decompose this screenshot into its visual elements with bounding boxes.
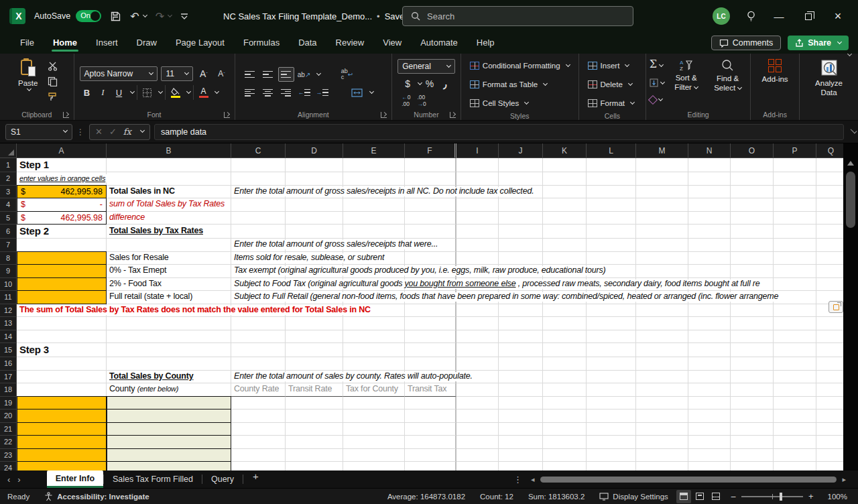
cell-D2[interactable] (286, 172, 343, 186)
cell-A4[interactable]: $- (17, 198, 107, 212)
cell-E14[interactable] (343, 330, 405, 344)
cell-I18[interactable] (456, 383, 499, 397)
cell-N18[interactable] (688, 383, 731, 397)
orientation-icon[interactable]: ab↗ (296, 67, 312, 82)
cell-N5[interactable] (688, 212, 731, 225)
cell-O6[interactable] (731, 225, 774, 239)
cell-M1[interactable] (636, 158, 688, 172)
cell-E1[interactable] (343, 158, 405, 172)
tab-formulas[interactable]: Formulas (235, 34, 288, 53)
cell-D23[interactable] (286, 449, 343, 462)
cell-N15[interactable] (688, 343, 731, 357)
tab-kebab-icon[interactable]: ⋮ (513, 475, 522, 485)
cell-K4[interactable] (543, 198, 587, 212)
cell-F8[interactable] (405, 252, 456, 265)
cell-E4[interactable] (343, 198, 405, 212)
lightbulb-icon[interactable] (746, 10, 756, 22)
count-stat[interactable]: Count: 12 (473, 493, 521, 501)
vertical-scrollbar[interactable] (843, 143, 858, 470)
fill-icon[interactable] (650, 78, 664, 87)
cell-O13[interactable] (731, 317, 774, 330)
cell-O5[interactable] (731, 212, 774, 225)
zoom-out-icon[interactable]: − (731, 491, 736, 502)
cell-K6[interactable] (543, 225, 587, 239)
cell-P20[interactable] (774, 410, 816, 423)
col-header-J[interactable]: J (499, 143, 543, 158)
cell-B2[interactable] (107, 172, 231, 186)
cell-P5[interactable] (774, 212, 816, 225)
cell-D22[interactable] (286, 436, 343, 449)
row-header-1[interactable]: 1 (0, 158, 17, 172)
col-header-E[interactable]: E (343, 143, 405, 158)
cell-E13[interactable] (343, 317, 405, 330)
col-header-B[interactable]: B (107, 143, 231, 158)
cell-B17[interactable]: Total Sales by County (107, 371, 231, 384)
cell-K14[interactable] (543, 330, 587, 344)
cell-M24[interactable] (636, 462, 688, 470)
cell-L20[interactable] (587, 410, 636, 423)
row-header-11[interactable]: 11 (0, 291, 17, 304)
row-header-16[interactable]: 16 (0, 357, 17, 371)
cell-F20[interactable] (405, 410, 456, 423)
cell-E20[interactable] (343, 410, 405, 423)
autosave-toggle[interactable]: AutoSave On (34, 10, 101, 22)
cell-Q15[interactable] (816, 343, 846, 357)
cell-L12[interactable] (587, 304, 636, 318)
cell-J15[interactable] (499, 343, 543, 357)
cell-D5[interactable] (286, 212, 343, 225)
col-header-M[interactable]: M (636, 143, 688, 158)
fx-icon[interactable]: fx (123, 127, 131, 137)
cell-C11[interactable]: Subject to Full Retail (general non-food… (231, 291, 286, 304)
cell-D21[interactable] (286, 423, 343, 436)
cell-M20[interactable] (636, 410, 688, 423)
cell-Q16[interactable] (816, 357, 846, 371)
addins-button[interactable]: Add-ins (757, 56, 793, 86)
cell-F6[interactable] (405, 225, 456, 239)
cell-F1[interactable] (405, 158, 456, 172)
col-header-P[interactable]: P (774, 143, 816, 158)
align-top-icon[interactable] (242, 67, 258, 82)
cell-J16[interactable] (499, 357, 543, 371)
cell-P9[interactable] (774, 265, 816, 278)
display-settings-button[interactable]: Display Settings (592, 493, 675, 501)
row-header-15[interactable]: 15 (0, 343, 17, 357)
decrease-indent-icon[interactable]: ← (296, 85, 312, 100)
quick-access-icon[interactable] (180, 13, 188, 19)
col-header-O[interactable]: O (731, 143, 774, 158)
row-header-23[interactable]: 23 (0, 449, 17, 462)
cell-styles-button[interactable]: Cell Styles (467, 95, 532, 111)
average-stat[interactable]: Average: 164873.0182 (380, 493, 473, 501)
cell-M19[interactable] (636, 397, 688, 410)
cell-M15[interactable] (636, 343, 688, 357)
col-header-I[interactable]: I (456, 143, 499, 158)
cell-J21[interactable] (499, 423, 543, 436)
view-page-layout-icon[interactable] (692, 490, 707, 503)
cell-Q17[interactable] (816, 371, 846, 384)
cell-A17[interactable] (17, 371, 107, 384)
tab-page-layout[interactable]: Page Layout (168, 34, 233, 53)
cell-J4[interactable] (499, 198, 543, 212)
wrap-text-icon[interactable]: abc↩ (339, 67, 355, 82)
decrease-font-icon[interactable]: Aˇ (214, 66, 229, 81)
cell-K3[interactable] (543, 186, 587, 199)
autosum-icon[interactable]: Σ (650, 58, 664, 70)
cell-B11[interactable]: Full retail (state + local) (107, 291, 231, 304)
cell-Q9[interactable] (816, 265, 846, 278)
scroll-up-icon[interactable] (847, 161, 854, 166)
cell-F24[interactable] (405, 462, 456, 470)
cell-B14[interactable] (107, 330, 231, 344)
number-format-select[interactable]: General (397, 59, 455, 74)
cell-O23[interactable] (731, 449, 774, 462)
cell-M17[interactable] (636, 371, 688, 384)
clear-icon[interactable] (650, 94, 664, 104)
cell-L5[interactable] (587, 212, 636, 225)
cell-B13[interactable] (107, 317, 231, 330)
cell-E5[interactable] (343, 212, 405, 225)
cell-K22[interactable] (543, 436, 587, 449)
cell-N17[interactable] (688, 371, 731, 384)
cell-Q4[interactable] (816, 198, 846, 212)
cell-J12[interactable] (499, 304, 543, 318)
cell-I20[interactable] (456, 410, 499, 423)
cell-N13[interactable] (688, 317, 731, 330)
col-header-K[interactable]: K (543, 143, 587, 158)
